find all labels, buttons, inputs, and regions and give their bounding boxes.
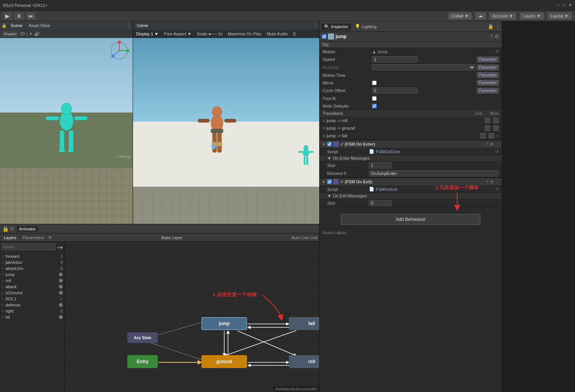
transition-mute-2[interactable]: [493, 125, 499, 131]
animator-params-tab[interactable]: Parameters: [20, 235, 46, 241]
roll-node[interactable]: roll: [289, 355, 319, 368]
inspector-lock-icon[interactable]: 🔒: [488, 24, 494, 29]
fsm-enter-enabled[interactable]: [327, 142, 332, 146]
transition-solo-2[interactable]: [485, 125, 490, 131]
inspector-settings-icon[interactable]: ⚙: [494, 33, 499, 40]
multiplier-select[interactable]: [372, 64, 475, 70]
on-enter-size-input[interactable]: [369, 162, 392, 168]
animator-lock-icon[interactable]: 🔒: [2, 226, 9, 232]
mute-audio[interactable]: Mute Audio: [265, 31, 289, 37]
close-icon[interactable]: ✕: [569, 3, 572, 8]
scene-audio-btn[interactable]: 🔊: [34, 32, 40, 37]
fsm-enter-more[interactable]: ⋮: [495, 142, 499, 147]
transition-remove-3[interactable]: −: [496, 133, 499, 139]
scene-viewport: 🔒 Scene Asset Store ⋮ Shaded 2D | ☀ 🔊: [0, 21, 133, 224]
on-exit-msgs-header[interactable]: ▼ On Exit Messages: [320, 193, 502, 199]
element0-input[interactable]: [369, 170, 499, 176]
scale-control[interactable]: Scale ●── 1x: [195, 31, 224, 37]
add-behaviour-button[interactable]: Add Behaviour: [341, 214, 480, 225]
write-defaults-checkbox[interactable]: [372, 104, 377, 108]
minimize-icon[interactable]: ─: [557, 3, 560, 8]
restore-icon[interactable]: □: [563, 3, 565, 8]
cloud-button[interactable]: ☁: [475, 12, 486, 20]
motion-reset-icon[interactable]: ↺: [495, 49, 499, 54]
asset-store-tab[interactable]: Asset Store: [26, 22, 52, 29]
layout-button[interactable]: Layout ▼: [547, 12, 572, 20]
stats-btn[interactable]: S: [291, 31, 297, 37]
cycle-offset-input[interactable]: [372, 87, 418, 94]
fsm-enter-script-value: 📄 FSMOnEnter ↺: [369, 149, 499, 154]
transition-icon-2: ≡: [323, 126, 325, 130]
scene-lock-icon[interactable]: 🔒: [2, 23, 7, 28]
scene-tab[interactable]: Scene: [8, 22, 25, 29]
animator-graph[interactable]: Any State Entry jump fall ground roll 1.…: [65, 242, 319, 392]
2d-toggle[interactable]: 2D: [20, 32, 25, 36]
animator-eye-icon[interactable]: 👁: [48, 235, 52, 240]
shaded-dropdown[interactable]: Shaded: [2, 31, 18, 37]
jump-node[interactable]: jump: [201, 317, 247, 330]
fsm-exit-reset[interactable]: ↺: [495, 187, 499, 192]
scene-lighting-btn[interactable]: ☀: [29, 32, 33, 37]
step-button[interactable]: ⏭: [26, 12, 36, 20]
collab-button[interactable]: Collab ▼: [448, 12, 472, 20]
transition-solo-3[interactable]: [480, 133, 486, 138]
on-enter-msgs-header[interactable]: ▼ On Enter Messsges: [320, 155, 502, 162]
display-select[interactable]: Display 1 ▼: [135, 31, 160, 37]
transition-solo-1[interactable]: [485, 118, 490, 123]
fsm-exit-settings[interactable]: ⚙: [490, 179, 494, 184]
animator-search-input[interactable]: [2, 243, 55, 250]
fsm-enter-help[interactable]: ?: [486, 142, 488, 147]
mirror-checkbox[interactable]: [372, 81, 377, 85]
graph-background: [65, 242, 319, 392]
transition-jump-ground[interactable]: ≡ jump -> ground: [320, 124, 502, 132]
transition-jump-fall[interactable]: ≡ jump -> fall −: [320, 132, 502, 140]
layers-button[interactable]: Layers ▼: [520, 12, 544, 20]
account-button[interactable]: Account ▼: [489, 12, 516, 20]
fsm-exit-more[interactable]: ⋮: [495, 179, 499, 184]
animator-tab[interactable]: Animator: [17, 226, 38, 232]
transition-mute-3[interactable]: [489, 133, 494, 138]
add-param-btn[interactable]: +▾: [57, 244, 63, 251]
game-tab[interactable]: Game: [135, 22, 150, 29]
obj-active-toggle[interactable]: [322, 34, 326, 39]
play-button[interactable]: ▶: [3, 12, 12, 20]
transition-jump-roll[interactable]: ≡ jump -> roll: [320, 117, 502, 124]
multiplier-row: Multiplier Parameter: [320, 63, 502, 71]
entry-node[interactable]: Entry: [127, 355, 158, 368]
speed-input[interactable]: [372, 56, 418, 62]
inspector-more-icon[interactable]: ⋮: [495, 24, 500, 29]
fsm-exit-help[interactable]: ?: [486, 179, 488, 184]
game-menu-icon[interactable]: ⋮: [313, 23, 318, 28]
main-layout: 🔒 Scene Asset Store ⋮ Shaded 2D | ☀ 🔊: [0, 21, 575, 392]
inspector-help-icon[interactable]: ?: [490, 33, 493, 40]
pause-button[interactable]: ⏸: [14, 12, 24, 20]
svg-point-16: [59, 149, 65, 152]
speed-value: Parameter: [372, 56, 499, 62]
speed-param-btn[interactable]: Parameter: [477, 57, 499, 62]
fsm-exit-expand[interactable]: ▼: [322, 180, 326, 184]
fsm-enter-settings[interactable]: ⚙: [490, 142, 494, 147]
aspect-select[interactable]: Free Aspect ▼: [162, 31, 193, 37]
animator-layout-icon[interactable]: ⊞: [10, 226, 14, 231]
scene-menu-icon[interactable]: ⋮: [127, 23, 131, 28]
fsm-enter-reset[interactable]: ↺: [495, 149, 499, 154]
animator-sub-tabs: Layers Parameters 👁 Base Layer Auto Live…: [0, 233, 319, 242]
animator-panel-menu[interactable]: ⋮: [312, 226, 317, 232]
foot-ik-checkbox[interactable]: [372, 96, 377, 101]
fall-node[interactable]: fall: [289, 317, 319, 330]
on-exit-size-input[interactable]: [369, 200, 392, 206]
motion-time-label: Motion Time: [323, 73, 372, 78]
inspector-tab[interactable]: 🔍 Inspector: [321, 23, 351, 30]
animator-layers-tab[interactable]: Layers: [2, 235, 19, 241]
lighting-tab[interactable]: 💡 Lighting: [352, 23, 380, 30]
fsm-exit-enabled[interactable]: [327, 179, 332, 184]
fsm-enter-expand[interactable]: ▼: [322, 142, 326, 146]
solo-col: Solo: [475, 111, 483, 116]
maximize-on-play[interactable]: Maximize On Play: [226, 31, 263, 37]
auto-live-link[interactable]: Auto Live Link: [291, 235, 318, 240]
svg-point-28: [304, 145, 308, 151]
transition-mute-1[interactable]: [493, 118, 499, 123]
any-state-node[interactable]: Any State: [127, 332, 158, 343]
params-list: ≡ forward 1 ≡ jabVeloci 0 ≡ attack1hv: [2, 253, 63, 320]
ground-node[interactable]: ground: [201, 355, 247, 368]
